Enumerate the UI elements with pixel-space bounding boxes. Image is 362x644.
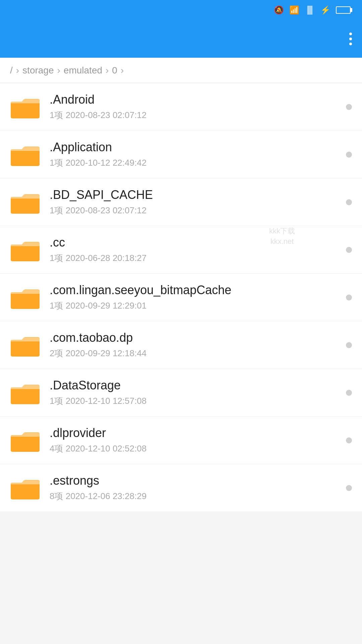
svg-rect-13: [11, 387, 40, 404]
folder-meta: 8项 2020-12-06 23:28:29: [50, 490, 346, 502]
folder-item[interactable]: .cc1项 2020-06-28 20:18:27kkk下载kkx.net: [0, 226, 362, 274]
breadcrumb-emulated[interactable]: emulated: [64, 65, 102, 76]
folder-info: .cc1项 2020-06-28 20:18:27: [50, 235, 346, 264]
folder-name: .com.lingan.seeyou_bitmapCache: [50, 283, 346, 297]
sep-2: ›: [57, 65, 60, 76]
svg-rect-1: [11, 102, 40, 118]
folder-name: .com.taobao.dp: [50, 331, 346, 345]
folder-item[interactable]: .BD_SAPI_CACHE1项 2020-08-23 02:07:12: [0, 178, 362, 226]
dot-3: [349, 43, 352, 45]
folder-name: .Application: [50, 140, 346, 154]
folder-info: .Application1项 2020-10-12 22:49:42: [50, 140, 346, 169]
folder-info: .estrongs8项 2020-12-06 23:28:29: [50, 474, 346, 502]
app-bar: [0, 20, 362, 58]
folder-list: .Android1项 2020-08-23 02:07:12 .Applicat…: [0, 83, 362, 512]
svg-rect-11: [11, 340, 40, 357]
folder-meta: 4项 2020-12-10 02:52:08: [50, 443, 346, 454]
status-bar: 🔕 📶 ▐▌ ⚡: [0, 0, 362, 20]
folder-item[interactable]: .estrongs8项 2020-12-06 23:28:29: [0, 464, 362, 512]
folder-meta: 1项 2020-10-12 22:49:42: [50, 157, 346, 169]
folder-icon: [10, 333, 40, 357]
sep-4: ›: [121, 65, 124, 76]
folder-info: .BD_SAPI_CACHE1项 2020-08-23 02:07:12: [50, 188, 346, 216]
svg-rect-15: [11, 435, 40, 452]
folder-icon: [10, 381, 40, 405]
folder-meta: 2项 2020-09-29 12:18:44: [50, 347, 346, 359]
svg-rect-9: [11, 292, 40, 309]
breadcrumb-storage[interactable]: storage: [22, 65, 54, 76]
breadcrumb-0[interactable]: 0: [112, 65, 117, 76]
folder-name: .Android: [50, 93, 346, 107]
folder-info: .dlprovider4项 2020-12-10 02:52:08: [50, 426, 346, 454]
folder-item[interactable]: .com.taobao.dp2项 2020-09-29 12:18:44: [0, 321, 362, 369]
svg-rect-17: [11, 483, 40, 499]
folder-item[interactable]: .com.lingan.seeyou_bitmapCache1项 2020-09…: [0, 274, 362, 321]
sep-1: ›: [16, 65, 19, 76]
folder-indicator: [346, 199, 352, 205]
folder-info: .com.taobao.dp2项 2020-09-29 12:18:44: [50, 331, 346, 359]
sep-3: ›: [106, 65, 109, 76]
folder-icon: [10, 285, 40, 310]
charging-icon: ⚡: [320, 5, 330, 15]
folder-info: .DataStorage1项 2020-12-10 12:57:08: [50, 378, 346, 407]
folder-info: .com.lingan.seeyou_bitmapCache1项 2020-09…: [50, 283, 346, 312]
folder-name: .DataStorage: [50, 378, 346, 392]
svg-rect-7: [11, 245, 40, 261]
status-icons: 🔕 📶 ▐▌ ⚡: [268, 5, 352, 15]
folder-name: .cc: [50, 235, 346, 250]
more-button[interactable]: [349, 33, 352, 45]
folder-meta: 1项 2020-08-23 02:07:12: [50, 109, 346, 121]
folder-meta: 1项 2020-08-23 02:07:12: [50, 205, 346, 216]
folder-meta: 1项 2020-06-28 20:18:27: [50, 252, 346, 264]
breadcrumb-root[interactable]: /: [10, 65, 13, 76]
folder-item[interactable]: .dlprovider4项 2020-12-10 02:52:08: [0, 417, 362, 464]
folder-meta: 1项 2020-12-10 12:57:08: [50, 395, 346, 407]
folder-icon: [10, 143, 40, 167]
folder-name: .estrongs: [50, 474, 346, 488]
folder-item[interactable]: .Application1项 2020-10-12 22:49:42: [0, 131, 362, 178]
folder-icon: [10, 238, 40, 262]
folder-indicator: [346, 437, 352, 443]
svg-rect-5: [11, 197, 40, 214]
wifi-icon: 📶: [289, 5, 299, 15]
folder-item[interactable]: .DataStorage1项 2020-12-10 12:57:08: [0, 369, 362, 417]
folder-icon: [10, 190, 40, 214]
folder-name: .dlprovider: [50, 426, 346, 440]
folder-icon: [10, 476, 40, 500]
folder-indicator: [346, 152, 352, 158]
folder-indicator: [346, 342, 352, 348]
bell-muted-icon: 🔕: [274, 5, 284, 15]
signal-icon: ▐▌: [305, 6, 315, 14]
folder-meta: 1项 2020-09-29 12:29:01: [50, 300, 346, 312]
folder-name: .BD_SAPI_CACHE: [50, 188, 346, 202]
folder-indicator: [346, 485, 352, 491]
folder-indicator: [346, 104, 352, 110]
dot-2: [349, 38, 352, 40]
folder-icon: [10, 428, 40, 452]
svg-rect-3: [11, 149, 40, 166]
battery-indicator: [336, 6, 352, 14]
breadcrumb: / › storage › emulated › 0 ›: [0, 58, 362, 83]
folder-indicator: [346, 390, 352, 396]
folder-icon: [10, 95, 40, 119]
folder-indicator: [346, 294, 352, 301]
dot-1: [349, 33, 352, 35]
folder-info: .Android1项 2020-08-23 02:07:12: [50, 93, 346, 121]
folder-indicator: [346, 247, 352, 253]
folder-item[interactable]: .Android1项 2020-08-23 02:07:12: [0, 83, 362, 131]
